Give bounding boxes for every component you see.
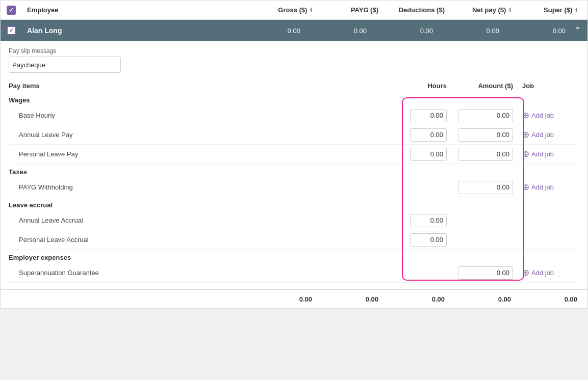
annual-leave-pay-job-cell: ⊕ Add job bbox=[518, 129, 579, 140]
employee-column-header: Employee bbox=[27, 6, 250, 14]
employer-expenses-title: Employer expenses bbox=[9, 254, 71, 261]
superannuation-guarantee-job-cell: ⊕ Add job bbox=[518, 267, 579, 278]
annual-leave-accrual-hours-cell bbox=[406, 214, 452, 227]
base-hourly-amount-cell bbox=[452, 109, 518, 122]
wages-section: Wages Base Hourly ⊕ Add job bbox=[9, 92, 579, 164]
wages-section-header: Wages bbox=[9, 92, 579, 106]
pay-slip-label: Pay slip message bbox=[9, 47, 579, 55]
table-row: Personal Leave Pay ⊕ Add job bbox=[9, 145, 579, 164]
add-job-plus-icon: ⊕ bbox=[522, 149, 529, 159]
footer-deductions: 0.00 bbox=[382, 295, 449, 303]
personal-leave-accrual-hours-input[interactable] bbox=[410, 233, 447, 247]
employee-checkbox-col bbox=[7, 26, 27, 35]
annual-leave-pay-amount-input[interactable] bbox=[458, 128, 513, 142]
table-row: PAYG Withholding ⊕ Add job bbox=[9, 178, 579, 197]
wages-title: Wages bbox=[9, 96, 30, 104]
personal-leave-pay-hours-cell bbox=[406, 148, 452, 161]
base-hourly-label: Base Hourly bbox=[9, 112, 406, 119]
annual-leave-pay-hours-cell bbox=[406, 128, 452, 142]
personal-leave-pay-amount-input[interactable] bbox=[458, 148, 513, 161]
pay-items-header-row: Pay items Hours Amount ($) Job bbox=[9, 82, 579, 92]
leave-accrual-section-header: Leave accrual bbox=[9, 197, 579, 211]
taxes-section-header: Taxes bbox=[9, 164, 579, 178]
table-row: Annual Leave Pay ⊕ Add job bbox=[9, 125, 579, 145]
payg-withholding-job-cell: ⊕ Add job bbox=[518, 182, 579, 193]
footer-net-pay: 0.00 bbox=[449, 295, 515, 303]
employee-deductions: 0.00 bbox=[371, 27, 437, 35]
annual-leave-pay-amount-cell bbox=[452, 128, 518, 142]
payg-column-header: PAYG ($) bbox=[316, 6, 382, 14]
footer-payg: 0.00 bbox=[316, 295, 382, 303]
base-hourly-amount-input[interactable] bbox=[458, 109, 513, 122]
gross-column-header: Gross ($) ℹ bbox=[250, 6, 316, 14]
payg-withholding-label: PAYG Withholding bbox=[9, 183, 406, 191]
content-area: Pay slip message Pay items Hours Amount … bbox=[1, 41, 587, 289]
personal-leave-accrual-hours-cell bbox=[406, 233, 452, 247]
leave-accrual-section: Leave accrual Annual Leave Accrual bbox=[9, 197, 579, 250]
deductions-column-header: Deductions ($) bbox=[382, 6, 449, 14]
net-pay-info-icon[interactable]: ℹ bbox=[509, 7, 511, 13]
taxes-section: Taxes PAYG Withholding ⊕ Add job bbox=[9, 164, 579, 197]
employer-expenses-section: Employer expenses Superannuation Guarant… bbox=[9, 250, 579, 283]
table-row: Superannuation Guarantee ⊕ Add job bbox=[9, 263, 579, 283]
annual-leave-pay-hours-input[interactable] bbox=[410, 128, 447, 142]
employee-gross: 0.00 bbox=[238, 27, 304, 35]
employee-super: 0.00 bbox=[503, 27, 570, 35]
footer-gross: 0.00 bbox=[250, 295, 316, 303]
table-header: Employee Gross ($) ℹ PAYG ($) Deductions… bbox=[1, 1, 587, 20]
employer-expenses-section-header: Employer expenses bbox=[9, 250, 579, 263]
footer-super: 0.00 bbox=[515, 295, 581, 303]
personal-leave-accrual-label: Personal Leave Accrual bbox=[9, 236, 406, 243]
employee-row: Alan Long 0.00 0.00 0.00 0.00 0.00 ⌃ bbox=[1, 20, 587, 41]
table-row: Personal Leave Accrual bbox=[9, 230, 579, 250]
annual-leave-accrual-hours-input[interactable] bbox=[410, 214, 447, 227]
super-column-header: Super ($) ℹ bbox=[515, 6, 581, 14]
payg-withholding-add-job-button[interactable]: ⊕ Add job bbox=[522, 182, 554, 193]
superannuation-guarantee-add-job-button[interactable]: ⊕ Add job bbox=[522, 267, 554, 278]
job-col-header: Job bbox=[518, 82, 579, 90]
employee-checkbox[interactable] bbox=[7, 26, 16, 35]
personal-leave-pay-add-job-button[interactable]: ⊕ Add job bbox=[522, 149, 554, 159]
hours-col-header: Hours bbox=[406, 82, 452, 90]
leave-accrual-title: Leave accrual bbox=[9, 201, 53, 209]
superannuation-guarantee-label: Superannuation Guarantee bbox=[9, 269, 406, 277]
employee-net-pay: 0.00 bbox=[437, 27, 503, 35]
personal-leave-pay-hours-input[interactable] bbox=[410, 148, 447, 161]
employee-name: Alan Long bbox=[27, 26, 238, 35]
table-row: Base Hourly ⊕ Add job bbox=[9, 106, 579, 125]
base-hourly-add-job-button[interactable]: ⊕ Add job bbox=[522, 110, 554, 121]
annual-leave-accrual-label: Annual Leave Accrual bbox=[9, 216, 406, 224]
annual-leave-pay-add-job-button[interactable]: ⊕ Add job bbox=[522, 129, 554, 140]
payg-withholding-amount-cell bbox=[452, 181, 518, 194]
gross-info-icon[interactable]: ℹ bbox=[310, 7, 312, 13]
base-hourly-hours-cell bbox=[406, 109, 452, 122]
base-hourly-job-cell: ⊕ Add job bbox=[518, 110, 579, 121]
personal-leave-pay-job-cell: ⊕ Add job bbox=[518, 149, 579, 159]
expand-icon[interactable]: ⌃ bbox=[574, 25, 581, 36]
add-job-plus-icon: ⊕ bbox=[522, 110, 529, 121]
amount-col-header: Amount ($) bbox=[452, 82, 518, 90]
pay-slip-input[interactable] bbox=[9, 57, 121, 73]
pay-items-section: Pay items Hours Amount ($) Job Wages Bas… bbox=[9, 82, 579, 283]
taxes-title: Taxes bbox=[9, 168, 27, 176]
add-job-plus-icon: ⊕ bbox=[522, 267, 529, 278]
payg-withholding-amount-input[interactable] bbox=[458, 181, 513, 194]
add-job-plus-icon: ⊕ bbox=[522, 129, 529, 140]
annual-leave-pay-label: Annual Leave Pay bbox=[9, 131, 406, 139]
superannuation-guarantee-amount-input[interactable] bbox=[458, 266, 513, 280]
pay-items-label: Pay items bbox=[9, 82, 406, 90]
header-checkbox-col bbox=[7, 6, 27, 15]
add-job-plus-icon: ⊕ bbox=[522, 182, 529, 193]
superannuation-guarantee-amount-cell bbox=[452, 266, 518, 280]
payroll-container: Employee Gross ($) ℹ PAYG ($) Deductions… bbox=[0, 0, 588, 309]
base-hourly-hours-input[interactable] bbox=[410, 109, 447, 122]
personal-leave-pay-amount-cell bbox=[452, 148, 518, 161]
super-info-icon[interactable]: ℹ bbox=[575, 7, 577, 13]
footer-row: 0.00 0.00 0.00 0.00 0.00 bbox=[1, 289, 587, 308]
personal-leave-pay-label: Personal Leave Pay bbox=[9, 150, 406, 158]
net-pay-column-header: Net pay ($) ℹ bbox=[449, 6, 515, 14]
table-row: Annual Leave Accrual bbox=[9, 211, 579, 230]
employee-payg: 0.00 bbox=[304, 27, 371, 35]
select-all-checkbox[interactable] bbox=[7, 6, 16, 15]
